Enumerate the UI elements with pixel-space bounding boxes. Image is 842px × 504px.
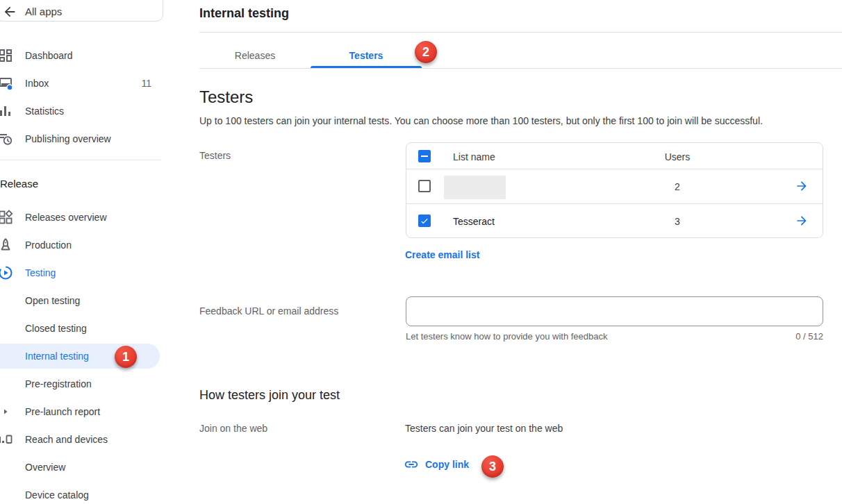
publishing-overview-icon bbox=[0, 131, 14, 147]
testing-icon bbox=[0, 264, 14, 281]
feedback-field-label: Feedback URL or email address bbox=[199, 305, 338, 317]
open-list-arrow-icon[interactable] bbox=[795, 214, 809, 228]
tester-lists-table: List name Users 2 Tesseract 3 bbox=[406, 142, 823, 238]
sidebar-item-label: Reach and devices bbox=[25, 434, 108, 445]
sidebar-item-label: Pre-registration bbox=[25, 378, 92, 389]
play-console-screen: All apps Dashboard Inbox 11 bbox=[0, 0, 842, 504]
sidebar-item-label: Internal testing bbox=[25, 351, 89, 362]
testers-description: Up to 100 testers can join your internal… bbox=[199, 115, 763, 126]
page-title: Internal testing bbox=[199, 6, 289, 21]
column-header-list-name: List name bbox=[453, 151, 495, 162]
redacted-list-name bbox=[444, 176, 506, 199]
join-web-label: Join on the web bbox=[199, 423, 267, 434]
sidebar-item-label: Statistics bbox=[25, 106, 64, 117]
sidebar-item-testing[interactable]: Testing bbox=[0, 259, 161, 287]
table-row: Tesseract 3 bbox=[406, 203, 823, 237]
tab-testers[interactable]: Testers bbox=[324, 50, 408, 61]
feedback-char-counter: 0 / 512 bbox=[795, 331, 823, 342]
sidebar-item-label: Pre-launch report bbox=[25, 406, 100, 417]
open-list-arrow-icon[interactable] bbox=[795, 179, 809, 193]
sidebar-item-label: Publishing overview bbox=[25, 133, 111, 144]
sidebar-divider bbox=[0, 160, 161, 160]
testers-heading: Testers bbox=[199, 87, 253, 107]
sidebar-item-inbox[interactable]: Inbox 11 bbox=[0, 69, 161, 97]
sidebar-item-pre-launch-report[interactable]: Pre-launch report bbox=[0, 398, 161, 426]
sidebar-item-pre-registration[interactable]: Pre-registration bbox=[0, 370, 161, 398]
sidebar-item-overview[interactable]: Overview bbox=[0, 453, 161, 481]
users-count: 3 bbox=[657, 216, 698, 227]
sidebar-item-open-testing[interactable]: Open testing bbox=[0, 287, 161, 314]
indeterminate-mark bbox=[421, 156, 428, 157]
column-header-users: Users bbox=[657, 151, 698, 162]
row-checkbox[interactable] bbox=[418, 180, 431, 192]
tabs-divider bbox=[199, 68, 842, 69]
table-row: 2 bbox=[406, 169, 823, 203]
sidebar-item-production[interactable]: Production bbox=[0, 231, 161, 259]
chevron-right-icon[interactable] bbox=[1, 408, 10, 416]
annotation-step-1: 1 bbox=[115, 346, 137, 368]
all-apps-button[interactable]: All apps bbox=[0, 0, 163, 22]
release-section-label: Release bbox=[0, 178, 38, 190]
sidebar-item-label: Testing bbox=[25, 267, 56, 278]
copy-link-button[interactable]: Copy link bbox=[404, 457, 469, 472]
tab-releases[interactable]: Releases bbox=[213, 50, 297, 61]
list-name: Tesseract bbox=[453, 216, 495, 227]
sidebar-item-label: Device catalog bbox=[25, 489, 89, 501]
annotation-step-3: 3 bbox=[481, 455, 504, 478]
all-apps-label: All apps bbox=[25, 6, 62, 17]
join-section-heading: How testers join your test bbox=[199, 388, 340, 403]
header-divider bbox=[199, 32, 842, 33]
releases-overview-icon bbox=[0, 209, 14, 226]
sidebar-item-label: Production bbox=[25, 240, 72, 251]
sidebar-item-label: Open testing bbox=[25, 295, 80, 306]
sidebar-item-label: Releases overview bbox=[25, 212, 107, 223]
sidebar-item-label: Inbox bbox=[25, 78, 49, 89]
sidebar-item-internal-testing[interactable]: Internal testing bbox=[0, 342, 161, 370]
inbox-icon bbox=[0, 75, 14, 92]
sidebar-item-reach-and-devices[interactable]: Reach and devices bbox=[0, 426, 161, 453]
annotation-step-2: 2 bbox=[415, 41, 437, 63]
create-email-list-link[interactable]: Create email list bbox=[405, 249, 479, 260]
reach-devices-icon bbox=[0, 431, 14, 448]
sidebar-item-publishing-overview[interactable]: Publishing overview bbox=[0, 125, 161, 153]
feedback-url-input[interactable] bbox=[406, 296, 823, 326]
sidebar-item-dashboard[interactable]: Dashboard bbox=[0, 42, 161, 69]
row-checkbox[interactable] bbox=[418, 215, 431, 227]
dashboard-icon bbox=[0, 47, 14, 64]
feedback-helper-row: Let testers know how to provide you with… bbox=[406, 331, 823, 342]
production-icon bbox=[0, 237, 14, 253]
inbox-count-badge: 11 bbox=[141, 78, 151, 89]
sidebar-item-label: Closed testing bbox=[25, 323, 87, 334]
arrow-back-icon[interactable] bbox=[2, 4, 17, 19]
feedback-helper-text: Let testers know how to provide you with… bbox=[406, 331, 608, 342]
join-web-text: Testers can join your test on the web bbox=[405, 423, 563, 434]
sidebar-item-label: Dashboard bbox=[25, 50, 73, 61]
sidebar: All apps Dashboard Inbox 11 bbox=[0, 0, 161, 504]
sidebar-item-label: Overview bbox=[25, 462, 65, 473]
sidebar-item-device-catalog[interactable]: Device catalog bbox=[0, 481, 161, 504]
copy-link-label: Copy link bbox=[425, 459, 469, 470]
main-content: Internal testing Releases Testers 2 Test… bbox=[199, 0, 842, 504]
testers-field-label: Testers bbox=[199, 150, 231, 161]
users-count: 2 bbox=[657, 181, 698, 192]
statistics-icon bbox=[0, 103, 14, 119]
select-all-checkbox[interactable] bbox=[418, 150, 431, 162]
link-icon bbox=[404, 457, 419, 472]
table-header-row: List name Users bbox=[406, 143, 823, 169]
sidebar-item-statistics[interactable]: Statistics bbox=[0, 97, 161, 125]
sidebar-item-closed-testing[interactable]: Closed testing bbox=[0, 314, 161, 342]
sidebar-item-releases-overview[interactable]: Releases overview bbox=[0, 203, 161, 231]
